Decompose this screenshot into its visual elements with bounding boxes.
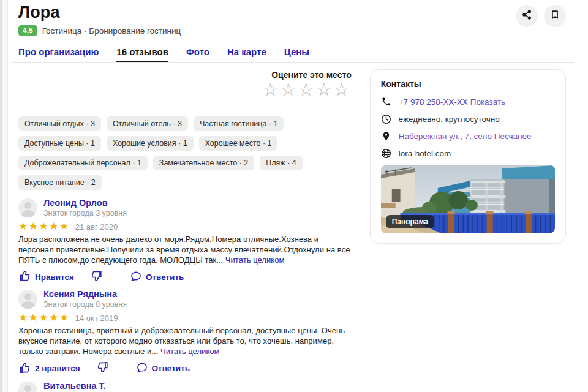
like-label: Нравится (35, 273, 74, 282)
rate-stars[interactable]: ☆☆☆☆☆ (18, 80, 352, 99)
website-link[interactable]: lora-hotel.com (399, 149, 451, 158)
header: Лора 4,5 Гостиница · Бронирование гостин… (18, 0, 566, 62)
filter-chip[interactable]: Отличный отдых · 3 (18, 116, 101, 131)
panorama-badge[interactable]: Панорама (386, 215, 434, 228)
review-text: Лора расположена не очень далеко от моря… (18, 235, 352, 265)
globe-icon (381, 148, 392, 159)
tab-prices[interactable]: Цены (284, 47, 309, 62)
reply-label: Ответить (146, 273, 184, 282)
contact-address-row: Набережная ул., 7, село Песчаное (381, 130, 555, 141)
filter-chip[interactable]: Вкусное питание · 2 (18, 175, 102, 190)
speech-bubble-icon (136, 361, 148, 375)
category-label: Гостиница · Бронирование гостиниц (42, 26, 181, 36)
filter-chip[interactable]: Хорошее место · 1 (199, 136, 278, 151)
phone-icon (381, 96, 392, 107)
filter-chip[interactable]: Доброжелательный персонал · 1 (18, 156, 148, 170)
clock-icon (381, 113, 392, 124)
tab-photos[interactable]: Фото (186, 47, 209, 62)
like-button[interactable]: Нравится (18, 270, 74, 284)
opening-hours: ежедневно, круглосуточно (399, 115, 500, 124)
rate-label: Оцените это место (18, 70, 352, 80)
avatar[interactable] (18, 290, 37, 309)
contact-hours-row: ежедневно, круглосуточно (381, 113, 555, 124)
section-divider (18, 108, 352, 108)
tab-about[interactable]: Про организацию (18, 47, 99, 62)
page-left-rail (0, 0, 8, 392)
header-actions (516, 5, 566, 27)
address-link[interactable]: Набережная ул., 7, село Песчаное (399, 132, 532, 141)
review-text: Хорошая гостиница, приятный и доброжелат… (18, 326, 352, 356)
rating-meta: 4,5 Гостиница · Бронирование гостиниц (18, 25, 566, 36)
avatar[interactable] (18, 198, 37, 217)
panorama-photo[interactable]: Панорама (381, 165, 555, 233)
review-date: 14 окт 2019 (75, 314, 118, 323)
review-item: Ксения Ряднына Знаток города 8 уровня ★★… (18, 289, 352, 375)
thumb-down-icon (90, 270, 103, 285)
tab-reviews[interactable]: 16 отзывов (116, 47, 168, 62)
review-item: Витальевна Т. Знаток города 10 уровня ★★… (18, 381, 352, 392)
review-stars: ★★★★★ (18, 221, 70, 232)
reviews-column: Оцените это место ☆☆☆☆☆ Отличный отдых ·… (18, 63, 352, 392)
filter-chip[interactable]: Хорошие условия · 1 (107, 136, 194, 151)
filter-chip[interactable]: Отличный отель · 3 (107, 116, 188, 131)
like-label: 2 нравится (35, 364, 80, 373)
tab-map[interactable]: На карте (227, 47, 266, 62)
read-more-link[interactable]: Читать целиком (160, 347, 220, 356)
rating-badge: 4,5 (18, 25, 37, 36)
avatar[interactable] (18, 382, 37, 392)
bookmark-button[interactable] (544, 5, 566, 27)
review-author-level: Знаток города 3 уровня (43, 209, 127, 218)
review-text-body: Лора расположена не очень далеко от моря… (18, 235, 350, 265)
contact-website-row: lora-hotel.com (381, 148, 555, 159)
review-author[interactable]: Витальевна Т. (43, 381, 131, 391)
contact-phone-row: +7 978 258-XX-XXПоказать (381, 96, 555, 107)
thumb-up-icon (18, 361, 31, 376)
review-stars: ★★★★★ (18, 312, 70, 323)
share-icon (521, 9, 532, 23)
page-title: Лора (18, 2, 566, 22)
dislike-button[interactable] (96, 361, 109, 376)
contacts-title: Контакты (381, 79, 555, 89)
location-pin-icon (381, 130, 392, 141)
tab-bar: Про организацию 16 отзывов Фото На карте… (18, 47, 566, 62)
thumb-down-icon (96, 361, 109, 376)
reply-button[interactable]: Ответить (136, 361, 190, 375)
share-button[interactable] (516, 5, 538, 27)
scroll-track[interactable] (576, 0, 576, 392)
review-filter-chips: Отличный отдых · 3Отличный отель · 3Част… (18, 116, 352, 190)
review-author-level: Знаток города 8 уровня (43, 300, 127, 309)
reply-button[interactable]: Ответить (130, 270, 184, 284)
phone-show-link[interactable]: Показать (470, 97, 505, 107)
business-card-page: Лора 4,5 Гостиница · Бронирование гостин… (9, 0, 576, 392)
speech-bubble-icon (130, 270, 142, 284)
review-author[interactable]: Леонид Орлов (43, 198, 127, 208)
rate-this-place: Оцените это место ☆☆☆☆☆ (18, 70, 352, 99)
review-item: Леонид Орлов Знаток города 3 уровня ★★★★… (18, 198, 352, 284)
phone-number[interactable]: +7 978 258-XX-XX (399, 97, 468, 107)
thumb-up-icon (18, 270, 31, 284)
filter-chip[interactable]: Пляж · 4 (260, 156, 302, 170)
reviews-list: Леонид Орлов Знаток города 3 уровня ★★★★… (18, 198, 352, 392)
read-more-link[interactable]: Читать целиком (225, 255, 285, 265)
contacts-column: Контакты +7 978 258-XX-XXПоказать ежедне… (370, 63, 566, 392)
filter-chip[interactable]: Замечательное место · 2 (153, 156, 254, 170)
reply-label: Ответить (152, 364, 190, 373)
filter-chip[interactable]: Доступные цены · 1 (18, 136, 101, 151)
contacts-card: Контакты +7 978 258-XX-XXПоказать ежедне… (370, 69, 566, 244)
filter-chip[interactable]: Частная гостиница · 1 (194, 116, 284, 131)
dislike-button[interactable] (90, 270, 103, 285)
like-button[interactable]: 2 нравится (18, 361, 80, 376)
bookmark-icon (549, 9, 560, 23)
review-date: 21 авг 2020 (75, 222, 118, 232)
review-author[interactable]: Ксения Ряднына (43, 289, 127, 300)
